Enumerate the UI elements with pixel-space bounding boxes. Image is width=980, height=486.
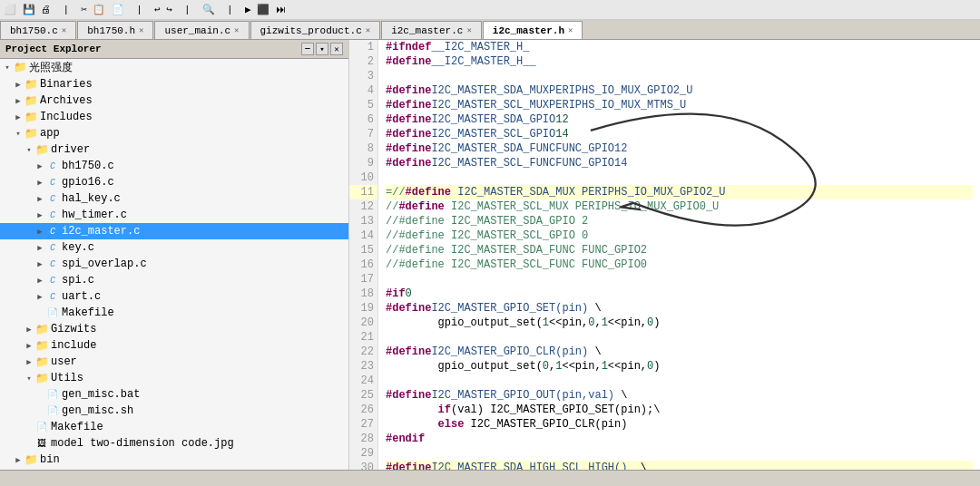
tree-item-hw-timer[interactable]: ▶ C hw_timer.c [0, 207, 348, 223]
tab-gizwits[interactable]: gizwits_product.c ✕ [250, 21, 381, 39]
line-num: 26 [349, 403, 377, 417]
item-label: bh1750.c [62, 160, 114, 172]
tab-close[interactable]: ✕ [466, 25, 471, 35]
line-num: 11 [349, 185, 377, 199]
code-line: #if 0 [386, 287, 973, 301]
item-label: gen_misc.sh [62, 404, 133, 417]
expand-arrow: ▶ [24, 341, 34, 351]
tree-item-archives[interactable]: ▶ 📁 Archives [0, 92, 348, 109]
sidebar-header-buttons: — ▾ ✕ [301, 43, 343, 55]
item-label: gpio16.c [62, 176, 114, 189]
expand-arrow: ▶ [34, 243, 45, 253]
tab-i2c-master-c[interactable]: i2c_master.c ✕ [381, 21, 482, 39]
tab-user-main[interactable]: user_main.c ✕ [154, 21, 249, 39]
expand-arrow: ▶ [34, 259, 45, 269]
file-c-icon: C [45, 257, 60, 271]
sidebar-menu-btn[interactable]: ▾ [316, 43, 328, 55]
tree-item-driver[interactable]: ▾ 📁 driver [0, 141, 348, 158]
tree-item-app[interactable]: ▾ 📁 app [0, 125, 348, 141]
line-num: 29 [349, 446, 377, 461]
tree-item-gpio16[interactable]: ▶ C gpio16.c [0, 174, 348, 190]
code-line [386, 69, 973, 83]
sidebar-collapse-btn[interactable]: — [301, 43, 314, 55]
tree-item-gizwits[interactable]: ▶ 📁 Gizwits [0, 321, 348, 337]
tree-item-makefile2[interactable]: 📄 Makefile [0, 419, 348, 435]
folder-icon: 📁 [34, 355, 49, 369]
item-label: app [40, 127, 60, 140]
file-img-icon: 🖼 [34, 436, 49, 451]
item-label: Binaries [40, 78, 93, 91]
tree-item-bin[interactable]: ▶ 📁 bin [0, 452, 348, 468]
code-line: //#define I2C_MASTER_SCL_MUX PERIPHS_IO_… [386, 199, 973, 214]
tree-item-bh1750c[interactable]: ▶ C bh1750.c [0, 158, 348, 174]
code-line: //#define I2C_MASTER_SDA_GPIO 2 [386, 214, 973, 228]
tab-bh1750c[interactable]: bh1750.c ✕ [0, 21, 76, 39]
main-container: ⬜ 💾 🖨 | ✂ 📋 📄 | ↩ ↪ | 🔍 | ▶ ⬛ ⏭ bh1750.c… [0, 0, 980, 486]
code-line [386, 446, 973, 461]
file-icon: 📄 [34, 420, 49, 434]
item-label: Archives [40, 94, 93, 107]
expand-arrow: ▶ [34, 161, 45, 171]
file-c-icon: C [45, 240, 60, 255]
expand-arrow: ▶ [34, 276, 45, 286]
tree-item-model-img[interactable]: 🖼 model two-dimension code.jpg [0, 435, 348, 452]
expand-arrow: ▶ [34, 194, 45, 204]
editor-wrapper: 1 2 3 4 5 6 7 8 9 10 11 12 13 14 [349, 40, 980, 470]
tab-close[interactable]: ✕ [139, 25, 143, 35]
tree-item-key[interactable]: ▶ C key.c [0, 239, 348, 256]
line-num: 9 [349, 156, 377, 170]
expand-arrow: ▾ [24, 374, 34, 384]
tree-item-include2[interactable]: ▶ 📁 include [0, 337, 348, 354]
line-num: 7 [349, 127, 377, 141]
tab-close[interactable]: ✕ [366, 25, 370, 35]
expand-arrow: ▾ [13, 129, 24, 139]
expand-arrow: ▶ [13, 112, 24, 122]
tree-item-spi[interactable]: ▶ C spi.c [0, 272, 348, 288]
tab-close[interactable]: ✕ [62, 25, 66, 35]
line-num: 23 [349, 359, 377, 374]
file-c-icon: C [45, 175, 60, 190]
item-label: user [51, 355, 77, 368]
tree-item-includes[interactable]: ▶ 📁 Includes [0, 109, 348, 125]
code-line: #endif [386, 432, 973, 446]
sidebar-close-btn[interactable]: ✕ [330, 43, 343, 55]
item-label: model two-dimension code.jpg [51, 437, 234, 450]
tab-i2c-master-h[interactable]: i2c_master.h ✕ [483, 21, 583, 39]
tree-item-hal-key[interactable]: ▶ C hal_key.c [0, 190, 348, 207]
item-label: Gizwits [51, 323, 96, 335]
tree-item-spi-overlap[interactable]: ▶ C spi_overlap.c [0, 256, 348, 272]
tree-root[interactable]: ▾ 📁 光照强度 [0, 59, 348, 76]
line-num: 25 [349, 388, 377, 403]
line-num: 18 [349, 287, 377, 301]
tab-close[interactable]: ✕ [234, 25, 239, 35]
expand-arrow: ▾ [24, 145, 34, 155]
item-label: spi_overlap.c [62, 258, 147, 270]
tree-item-i2c-master-c[interactable]: ▶ C i2c_master.c [0, 223, 348, 239]
file-c-icon: C [45, 191, 60, 206]
tree-item-utils[interactable]: ▾ 📁 Utils [0, 370, 348, 386]
tree-item-binaries[interactable]: ▶ 📁 Binaries [0, 76, 348, 92]
line-num: 6 [349, 112, 377, 127]
item-label: driver [51, 143, 90, 156]
sidebar-scroll[interactable]: ▾ 📁 光照强度 ▶ 📁 Binaries ▶ 📁 Archives [0, 59, 348, 470]
tree-item-makefile1[interactable]: 📄 Makefile [0, 305, 348, 321]
editor-area[interactable]: 1 2 3 4 5 6 7 8 9 10 11 12 13 14 [349, 40, 980, 470]
tab-close[interactable]: ✕ [568, 25, 573, 35]
code-content[interactable]: #ifndef __I2C_MASTER_H_ #define __I2C_MA… [378, 40, 980, 470]
tab-bh1750h[interactable]: bh1750.h ✕ [77, 21, 153, 39]
toolbar: ⬜ 💾 🖨 | ✂ 📋 📄 | ↩ ↪ | 🔍 | ▶ ⬛ ⏭ [0, 0, 980, 20]
file-icon: 📄 [45, 387, 60, 402]
file-c-icon: C [45, 273, 60, 287]
line-num: 27 [349, 417, 377, 432]
tree-item-gen-misc-bat[interactable]: 📄 gen_misc.bat [0, 386, 348, 403]
tree-item-uart[interactable]: ▶ C uart.c [0, 288, 348, 305]
code-line: #define I2C_MASTER_SDA_HIGH_SCL_HIGH() \ [386, 461, 973, 470]
code-line: #ifndef __I2C_MASTER_H_ [386, 40, 973, 54]
code-line: //#define I2C_MASTER_SDA_FUNC FUNC_GPIO2 [386, 243, 973, 258]
tree-item-user[interactable]: ▶ 📁 user [0, 354, 348, 370]
expand-arrow: ▶ [34, 210, 45, 220]
item-label: key.c [62, 241, 94, 254]
editor-scroll[interactable]: 1 2 3 4 5 6 7 8 9 10 11 12 13 14 [349, 40, 980, 470]
tree-item-gen-misc-sh[interactable]: 📄 gen_misc.sh [0, 403, 348, 419]
expand-arrow: ▶ [34, 178, 45, 188]
